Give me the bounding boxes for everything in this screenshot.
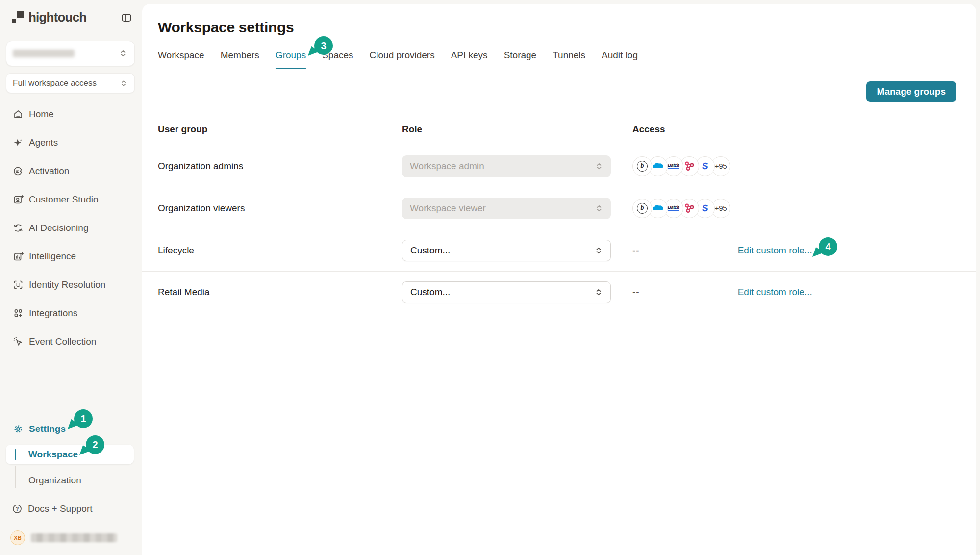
step-callout-3: 3 <box>314 36 333 55</box>
sidebar-item-event-collection[interactable]: Event Collection <box>0 328 142 356</box>
hightouch-logo-icon <box>11 11 24 24</box>
active-indicator-bar <box>15 449 16 460</box>
sidebar: hightouch Full workspace access Home Age… <box>0 0 142 555</box>
edit-custom-role-link[interactable]: Edit custom role... <box>738 245 812 256</box>
role-select-value: Custom... <box>410 245 594 256</box>
column-header-access: Access <box>632 124 968 135</box>
access-switcher-value: Full workspace access <box>13 78 97 88</box>
sidebar-item-label: Home <box>29 109 54 120</box>
tab-api-keys[interactable]: API keys <box>451 45 488 69</box>
sidebar-collapse-icon[interactable] <box>121 12 132 24</box>
sidebar-item-label: Workspace <box>28 449 78 460</box>
unfold-icon <box>594 246 603 255</box>
brand-name: hightouch <box>28 10 86 25</box>
sidebar-item-label: Agents <box>29 137 58 148</box>
identity-resolution-icon <box>13 279 24 290</box>
table-row: Lifecycle Custom... -- Edit custom role.… <box>142 229 976 271</box>
sidebar-item-label: Organization <box>28 475 81 486</box>
sidebar-item-agents[interactable]: Agents <box>0 128 142 157</box>
page-title: Workspace settings <box>158 18 960 37</box>
sidebar-item-home[interactable]: Home <box>0 100 142 128</box>
main-panel: Workspace settings Workspace Members Gro… <box>142 4 976 555</box>
table-row: Organization viewers Workspace viewer b … <box>142 187 976 229</box>
tab-storage[interactable]: Storage <box>504 45 537 69</box>
user-menu[interactable]: XB <box>0 528 142 548</box>
column-header-user-group: User group <box>158 124 402 135</box>
step-callout-4: 4 <box>819 237 837 256</box>
sidebar-item-label: Event Collection <box>29 336 96 347</box>
sidebar-item-label: Activation <box>29 166 69 177</box>
tab-groups[interactable]: Groups <box>276 45 306 69</box>
destination-logo-stack: b Batch S +95 <box>632 199 730 218</box>
unfold-icon <box>118 49 128 58</box>
sidebar-item-label: Customer Studio <box>29 194 99 205</box>
group-name: Retail Media <box>158 287 402 298</box>
settings-tabs: Workspace Members Groups Spaces Cloud pr… <box>142 45 976 69</box>
group-name: Lifecycle <box>158 245 402 256</box>
manage-groups-button[interactable]: Manage groups <box>866 81 956 102</box>
tab-workspace[interactable]: Workspace <box>158 45 204 69</box>
sidebar-item-label: Identity Resolution <box>29 279 105 290</box>
sparkle-icon <box>13 137 24 148</box>
sidebar-item-identity-resolution[interactable]: Identity Resolution <box>0 271 142 299</box>
table-row: Retail Media Custom... -- Edit custom ro… <box>142 271 976 313</box>
sidebar-item-activation[interactable]: Activation <box>0 157 142 185</box>
role-select-value: Workspace admin <box>410 161 594 172</box>
event-collection-icon <box>13 336 24 347</box>
unfold-icon <box>594 287 603 297</box>
table-row: Organization admins Workspace admin b Ba… <box>142 145 976 187</box>
access-empty-value: -- <box>632 287 640 298</box>
help-icon: ? <box>12 504 23 514</box>
role-select[interactable]: Custom... <box>402 281 611 303</box>
svg-text:?: ? <box>16 506 19 512</box>
destination-logo-stack: b Batch S +95 <box>632 156 730 176</box>
sidebar-item-intelligence[interactable]: Intelligence <box>0 242 142 271</box>
activation-icon <box>13 166 24 177</box>
unfold-icon <box>594 203 604 213</box>
tab-audit-log[interactable]: Audit log <box>602 45 638 69</box>
role-select: Workspace admin <box>402 155 611 177</box>
sidebar-item-label: Integrations <box>29 308 77 319</box>
sidebar-nav: Home Agents Activation Customer Studio A… <box>0 100 142 356</box>
workspace-switcher[interactable] <box>6 41 135 66</box>
home-icon <box>13 109 24 120</box>
tab-members[interactable]: Members <box>221 45 259 69</box>
unfold-icon <box>119 79 128 88</box>
sidebar-item-ai-decisioning[interactable]: AI Decisioning <box>0 214 142 242</box>
integrations-icon <box>13 308 24 319</box>
column-header-role: Role <box>402 124 632 135</box>
logo-row: hightouch <box>0 0 142 25</box>
access-switcher[interactable]: Full workspace access <box>6 73 135 93</box>
unfold-icon <box>594 161 604 171</box>
role-select[interactable]: Custom... <box>402 240 611 261</box>
sidebar-item-integrations[interactable]: Integrations <box>0 299 142 328</box>
step-callout-1: 1 <box>74 409 93 428</box>
step-callout-2: 2 <box>86 435 104 454</box>
tab-cloud-providers[interactable]: Cloud providers <box>370 45 435 69</box>
role-select-value: Workspace viewer <box>410 203 594 214</box>
group-name: Organization admins <box>158 161 402 172</box>
sidebar-item-settings-workspace[interactable]: Workspace <box>6 445 134 464</box>
ai-decisioning-icon <box>13 223 24 233</box>
sidebar-item-customer-studio[interactable]: Customer Studio <box>0 185 142 214</box>
role-select: Workspace viewer <box>402 198 611 219</box>
role-select-value: Custom... <box>410 287 594 298</box>
braze-logo-icon: b <box>632 156 652 176</box>
tab-tunnels[interactable]: Tunnels <box>553 45 585 69</box>
braze-logo-icon: b <box>632 199 652 218</box>
edit-custom-role-link[interactable]: Edit custom role... <box>738 287 812 298</box>
app-root: hightouch Full workspace access Home Age… <box>0 0 980 555</box>
sidebar-item-label: Intelligence <box>29 251 76 262</box>
table-header: User group Role Access <box>142 114 976 145</box>
sidebar-item-docs-support[interactable]: ? Docs + Support <box>0 497 142 521</box>
group-name: Organization viewers <box>158 203 402 214</box>
access-empty-value: -- <box>632 245 640 256</box>
user-avatar: XB <box>10 530 25 545</box>
toolbar: Manage groups <box>142 69 976 114</box>
workspace-name-redacted <box>13 50 75 57</box>
sidebar-item-settings-organization[interactable]: Organization <box>0 470 142 491</box>
sidebar-item-label: Settings <box>29 424 66 434</box>
intelligence-icon <box>13 251 24 262</box>
gear-icon <box>13 424 24 434</box>
user-name-redacted <box>31 533 117 542</box>
